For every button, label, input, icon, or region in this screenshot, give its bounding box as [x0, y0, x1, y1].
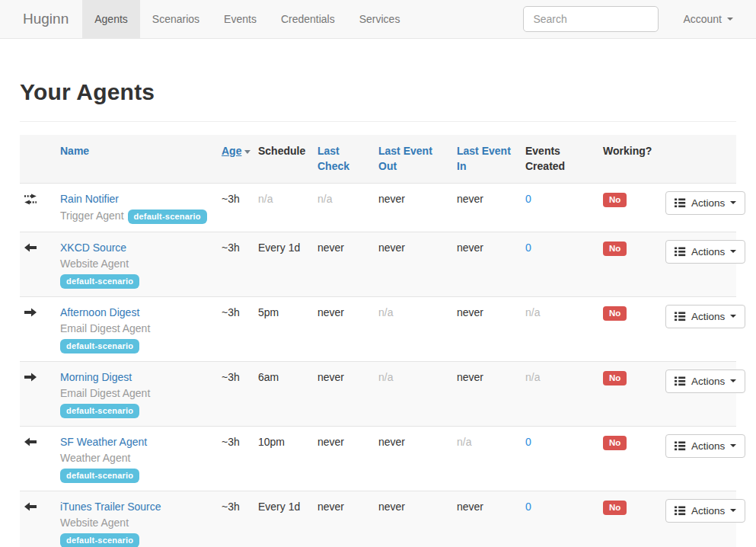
- page-title: Your Agents: [20, 79, 736, 105]
- scenario-badge[interactable]: default-scenario: [60, 274, 139, 289]
- nav-item-credentials[interactable]: Credentials: [269, 0, 347, 38]
- table-row: XKCD Source Website Agentdefault-scenari…: [20, 232, 736, 296]
- scenario-badge[interactable]: default-scenario: [60, 469, 139, 483]
- column-header-last-check[interactable]: Last Check: [311, 135, 372, 183]
- working-badge: No: [603, 242, 627, 257]
- main-nav: Agents Scenarios Events Credentials Serv…: [82, 0, 412, 38]
- actions-button[interactable]: Actions: [665, 434, 745, 458]
- list-icon: [675, 312, 686, 321]
- agent-name-link[interactable]: SF Weather Agent: [60, 436, 147, 448]
- working-badge: No: [603, 306, 627, 321]
- divider: [20, 121, 736, 122]
- list-icon: [675, 198, 686, 208]
- actions-button[interactable]: Actions: [665, 499, 745, 523]
- agent-name-link[interactable]: Afternoon Digest: [60, 306, 139, 318]
- actions-button[interactable]: Actions: [665, 305, 745, 328]
- chevron-down-icon: [730, 315, 736, 318]
- last-check-cell: never: [311, 491, 372, 547]
- table-row: iTunes Trailer Source Website Agentdefau…: [20, 491, 736, 547]
- chevron-down-icon: [730, 509, 736, 512]
- table-row: Morning Digest Email Digest Agentdefault…: [20, 361, 736, 426]
- last-event-out-cell: n/a: [372, 361, 451, 426]
- nav-item-services[interactable]: Services: [347, 0, 413, 38]
- navbar-right: Account: [523, 0, 756, 38]
- actions-button[interactable]: Actions: [665, 369, 745, 393]
- age-cell: ~3h: [215, 491, 252, 547]
- column-header-last-event-out[interactable]: Last Event Out: [372, 135, 451, 183]
- scenario-badge[interactable]: default-scenario: [60, 339, 139, 353]
- agent-type-label: Website Agent: [60, 258, 129, 270]
- column-header-name[interactable]: Name: [54, 135, 215, 183]
- agent-name-link[interactable]: Rain Notifier: [60, 193, 119, 205]
- last-event-out-cell: never: [372, 491, 451, 547]
- list-icon: [675, 441, 686, 451]
- age-cell: ~3h: [215, 361, 252, 426]
- table-header-row: Name Age Schedule Last Check Last Event …: [20, 135, 736, 183]
- arrow-right-icon: [24, 307, 48, 318]
- events-created-link[interactable]: 0: [525, 193, 531, 205]
- arrow-right-icon: [24, 372, 48, 383]
- brand-link[interactable]: Huginn: [0, 0, 82, 38]
- actions-button[interactable]: Actions: [665, 240, 745, 264]
- schedule-cell: Every 1d: [252, 491, 311, 547]
- column-header-actions: [664, 135, 736, 183]
- list-icon: [675, 376, 686, 386]
- column-header-age[interactable]: Age: [215, 135, 252, 183]
- events-created-link[interactable]: 0: [525, 436, 531, 448]
- working-badge: No: [603, 371, 627, 386]
- arrow-left-icon: [24, 501, 48, 513]
- chevron-down-icon: [727, 18, 733, 21]
- nav-item-agents[interactable]: Agents: [82, 0, 140, 38]
- nav-item-events[interactable]: Events: [212, 0, 269, 38]
- sort-desc-icon: [244, 150, 250, 154]
- working-badge: No: [603, 501, 627, 516]
- nav-item-scenarios[interactable]: Scenarios: [140, 0, 212, 38]
- age-cell: ~3h: [215, 296, 252, 361]
- search-input[interactable]: [523, 6, 659, 32]
- agent-name-link[interactable]: XKCD Source: [60, 242, 126, 254]
- last-check-cell: never: [311, 232, 372, 296]
- scenario-badge[interactable]: default-scenario: [128, 210, 207, 224]
- column-header-icon: [20, 135, 54, 183]
- main-content: Your Agents Name Age Schedule Last Check…: [0, 79, 756, 547]
- table-row: SF Weather Agent Weather Agentdefault-sc…: [20, 426, 736, 491]
- events-created-link[interactable]: 0: [525, 501, 531, 513]
- last-event-out-cell: n/a: [372, 296, 451, 361]
- scenario-badge[interactable]: default-scenario: [60, 533, 139, 547]
- agent-type-label: Website Agent: [60, 517, 129, 529]
- agent-type-label: Email Digest Agent: [60, 387, 150, 399]
- last-event-in-cell: never: [451, 491, 519, 547]
- account-menu[interactable]: Account: [683, 13, 733, 25]
- actions-button[interactable]: Actions: [665, 191, 745, 215]
- agent-name-link[interactable]: Morning Digest: [60, 371, 132, 383]
- table-row: Rain Notifier Trigger Agentdefault-scena…: [20, 183, 736, 232]
- last-check-cell: never: [311, 296, 372, 361]
- age-cell: ~3h: [215, 426, 252, 491]
- last-check-cell: never: [311, 361, 372, 426]
- column-header-events-created: Events Created: [519, 135, 597, 183]
- events-created-link[interactable]: 0: [525, 242, 531, 254]
- chevron-down-icon: [730, 379, 736, 382]
- column-header-last-event-in[interactable]: Last Event In: [451, 135, 519, 183]
- arrow-left-icon: [24, 437, 48, 448]
- events-created-link: n/a: [525, 371, 540, 383]
- last-event-out-cell: never: [372, 183, 451, 232]
- column-header-working: Working?: [597, 135, 664, 183]
- age-cell: ~3h: [215, 232, 252, 296]
- schedule-cell: 5pm: [252, 296, 311, 361]
- chevron-down-icon: [730, 201, 736, 204]
- age-cell: ~3h: [215, 183, 252, 232]
- column-header-schedule: Schedule: [252, 135, 311, 183]
- arrow-left-icon: [24, 242, 48, 254]
- last-check-cell: n/a: [311, 183, 372, 232]
- working-badge: No: [603, 436, 627, 451]
- last-event-in-cell: n/a: [451, 426, 519, 491]
- agent-type-label: Weather Agent: [60, 452, 130, 464]
- schedule-cell: 10pm: [252, 426, 311, 491]
- chevron-down-icon: [730, 444, 736, 447]
- scenario-badge[interactable]: default-scenario: [60, 404, 139, 418]
- agent-name-link[interactable]: iTunes Trailer Source: [60, 501, 161, 513]
- last-event-in-cell: never: [451, 296, 519, 361]
- last-event-out-cell: never: [372, 232, 451, 296]
- list-icon: [675, 506, 686, 516]
